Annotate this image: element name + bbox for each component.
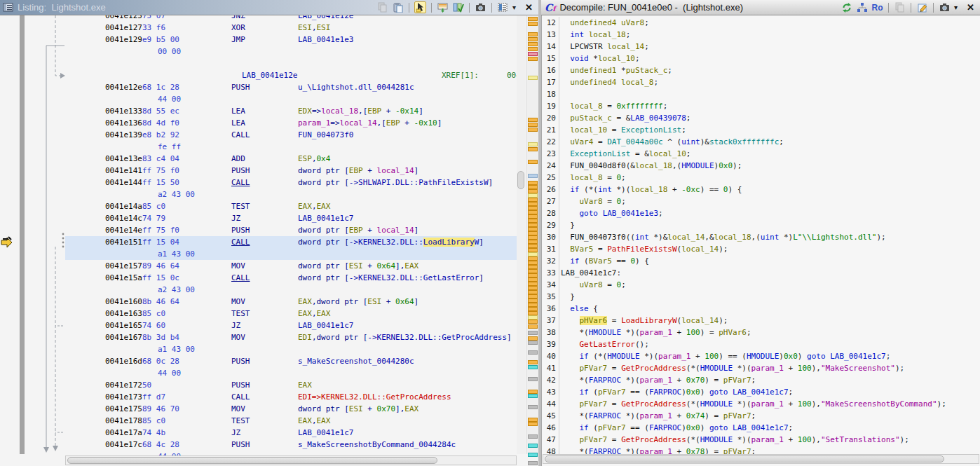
code-text[interactable]: if (*(HMODULE *)(param_1 + 100) == (HMOD…: [559, 350, 890, 362]
marker-margin[interactable]: [526, 15, 538, 454]
decompile-line[interactable]: 36 else {: [542, 303, 980, 315]
operands[interactable]: EDI,dword ptr [->KERNEL32.DLL::GetProcAd…: [298, 331, 512, 343]
code-text[interactable]: void *local_10;: [559, 53, 640, 64]
code-text[interactable]: FUN_004073f0((int *)&local_14,&local_18,…: [559, 231, 886, 243]
edit-fields-icon[interactable]: [452, 1, 464, 13]
mnemonic[interactable]: PUSH: [231, 379, 250, 391]
bytes[interactable]: 44 00: [158, 93, 181, 105]
listing-vertical-scrollbar[interactable]: [517, 15, 525, 454]
address[interactable]: 0041e139: [105, 129, 142, 141]
code-text[interactable]: int local_18;: [559, 29, 630, 41]
bytes[interactable]: 68 4c 28: [142, 439, 179, 451]
mnemonic[interactable]: JZ: [231, 427, 240, 439]
bytes[interactable]: 83 c4 04: [142, 153, 179, 165]
address[interactable]: 0041e151: [105, 236, 142, 248]
address[interactable]: 0041e141: [105, 165, 142, 177]
address[interactable]: 0041e136: [105, 117, 142, 129]
decompile-line[interactable]: 34 uVar8 = 0;: [542, 279, 980, 291]
bytes[interactable]: 8d 4d f0: [142, 117, 179, 129]
listing-vertical-scrollbar-thumb[interactable]: [517, 171, 524, 189]
listing-row[interactable]: 0041e1608b 46 64MOVEAX,dword ptr [ESI + …: [65, 296, 517, 308]
listing-row[interactable]: 0041e17885 c0TESTEAX,EAX: [65, 415, 517, 427]
address[interactable]: 0041e175: [105, 403, 142, 415]
marker[interactable]: [528, 17, 538, 21]
address[interactable]: 0041e17c: [105, 439, 142, 451]
operands[interactable]: u_\Lightshot.dll_0044281c: [298, 81, 414, 93]
mnemonic[interactable]: LEA: [231, 117, 245, 129]
decompile-line[interactable]: 16 undefined1 *puStack_c;: [542, 64, 980, 76]
bytes[interactable]: e9 b5 00: [142, 34, 179, 46]
diff-view-icon[interactable]: [437, 1, 449, 13]
operands[interactable]: EDX=>local_18,[EBP + -0x14]: [298, 105, 423, 117]
bytes[interactable]: a2 43 00: [158, 284, 195, 296]
marker[interactable]: [528, 360, 538, 364]
listing-row[interactable]: 0041e17250PUSHEAX: [65, 379, 517, 391]
code-text[interactable]: *(FARPROC *)(param_1 + 0x74) = pFVar7;: [559, 410, 756, 422]
edit-icon[interactable]: [916, 1, 928, 13]
operands[interactable]: dword ptr [ESI + 0x64],EAX: [298, 260, 418, 272]
decompile-line[interactable]: 31 BVar5 = PathFileExistsW(local_14);: [542, 243, 980, 255]
listing-titlebar[interactable]: Listing: Lightshot.exe ▾ ✕: [0, 0, 538, 15]
marker[interactable]: [528, 160, 538, 164]
bytes[interactable]: a1 43 00: [158, 343, 195, 355]
mnemonic[interactable]: TEST: [231, 308, 250, 320]
xref-address[interactable]: 004: [507, 69, 517, 81]
listing-bytes-row[interactable]: 00 00: [65, 46, 517, 57]
mnemonic[interactable]: JZ: [231, 212, 240, 224]
marker[interactable]: [528, 405, 538, 409]
bytes[interactable]: 89 46 70: [142, 403, 179, 415]
decompile-horizontal-scrollbar-thumb[interactable]: [545, 455, 944, 462]
marker[interactable]: [528, 47, 538, 51]
dropdown-icon[interactable]: ▾: [954, 4, 961, 11]
address[interactable]: 0041e172: [105, 379, 142, 391]
listing-label-row[interactable]: LAB_0041e12eXREF[1]:004: [65, 69, 517, 81]
listing-row[interactable]: 0041e1338d 55 ecLEAEDX=>local_18,[EBP + …: [65, 105, 517, 117]
marker[interactable]: [528, 365, 538, 369]
code-text[interactable]: if (BVar5 == 0) {: [559, 255, 649, 267]
marker[interactable]: [528, 57, 538, 61]
code-text[interactable]: if (pFVar7 == (FARPROC)0x0) goto LAB_004…: [559, 386, 793, 398]
address[interactable]: 0041e17a: [105, 427, 142, 439]
marker[interactable]: [528, 118, 538, 122]
operands[interactable]: LAB_0041e1e3: [298, 34, 353, 46]
operands[interactable]: dword ptr [->KERNEL32.DLL::GetLastError]: [298, 272, 484, 284]
decompile-line[interactable]: 37 pHVar6 = LoadLibraryW(local_14);: [542, 315, 980, 327]
mnemonic[interactable]: JZ: [231, 320, 240, 331]
bytes[interactable]: e8 b2 92: [142, 129, 179, 141]
listing-blank-row[interactable]: [65, 57, 517, 69]
listing-row[interactable]: 0041e14c74 79JZLAB_0041e1c7: [65, 212, 517, 224]
listing-row[interactable]: 0041e16385 c0TESTEAX,EAX: [65, 308, 517, 320]
listing-row[interactable]: 0041e144ff 15 50CALLdword ptr [->SHLWAPI…: [65, 177, 517, 189]
marker[interactable]: [528, 422, 538, 426]
mnemonic[interactable]: LEA: [231, 105, 245, 117]
bytes[interactable]: fe ff: [158, 141, 181, 153]
bytes[interactable]: 74 79: [142, 212, 165, 224]
marker[interactable]: [528, 320, 538, 324]
marker[interactable]: [528, 331, 538, 335]
listing-bytes-row[interactable]: 44 00: [65, 93, 517, 105]
marker[interactable]: [528, 453, 538, 457]
mnemonic[interactable]: CALL: [231, 129, 250, 141]
marker[interactable]: [528, 128, 538, 132]
bytes[interactable]: 44 00: [158, 367, 181, 379]
code-text[interactable]: if (pFVar7 == (FARPROC)0x0) goto LAB_004…: [559, 422, 793, 434]
marker[interactable]: [528, 350, 538, 355]
code-text[interactable]: BVar5 = PathFileExistsW(local_14);: [559, 243, 728, 255]
decompile-line[interactable]: 14 LPCWSTR local_14;: [542, 41, 980, 53]
listing-row[interactable]: 0041e13e83 c4 04ADDESP,0x4: [65, 153, 517, 165]
listing-row[interactable]: 0041e16d68 0c 28PUSHs_MakeScreenshot_004…: [65, 355, 517, 367]
mnemonic[interactable]: MOV: [231, 260, 245, 272]
operands[interactable]: EAX,dword ptr [ESI + 0x64]: [298, 296, 418, 308]
mnemonic[interactable]: CALL: [231, 391, 250, 403]
listing-row[interactable]: 0041e139e8 b2 92CALLFUN_004073f0: [65, 129, 517, 141]
bytes[interactable]: 85 c0: [142, 200, 165, 212]
graph-icon[interactable]: [856, 1, 868, 13]
code-text[interactable]: pHVar6 = LoadLibraryW(local_14);: [559, 315, 728, 327]
code-text[interactable]: goto LAB_0041e1e3;: [559, 207, 663, 219]
mnemonic[interactable]: PUSH: [231, 165, 250, 177]
listing-row[interactable]: 0041e17589 46 70MOVdword ptr [ESI + 0x70…: [65, 403, 517, 415]
code-text[interactable]: if (*(int *)(local_18 + -0xc) == 0) {: [559, 184, 742, 196]
marker[interactable]: [528, 324, 538, 329]
code-text[interactable]: GetLastError();: [559, 338, 649, 350]
code-text[interactable]: uVar8 = 0;: [559, 279, 626, 291]
